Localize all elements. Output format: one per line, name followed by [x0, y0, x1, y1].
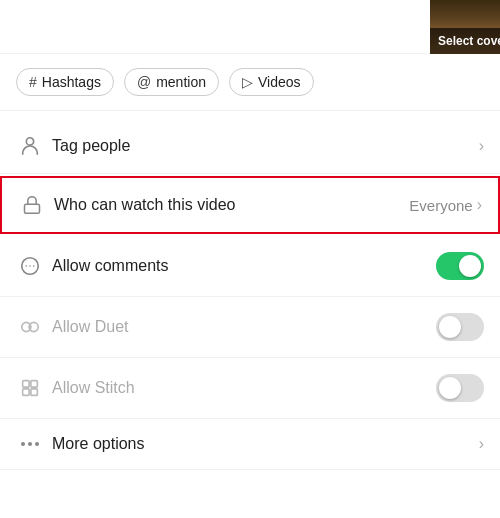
pills-row: # Hashtags @ mention ▷ Videos: [0, 54, 500, 111]
more-options-label: More options: [52, 435, 479, 453]
toggle-knob-stitch: [439, 377, 461, 399]
lock-icon: [18, 194, 46, 216]
toggle-knob: [459, 255, 481, 277]
mention-label: mention: [156, 74, 206, 90]
dots-icon: [16, 442, 44, 446]
svg-rect-7: [23, 389, 29, 395]
who-can-watch-value: Everyone: [409, 197, 472, 214]
tag-people-row[interactable]: Tag people ›: [0, 119, 500, 174]
tag-people-label: Tag people: [52, 137, 479, 155]
select-cover-button[interactable]: Select cover: [430, 28, 500, 54]
comment-icon: [16, 255, 44, 277]
allow-comments-label: Allow comments: [52, 257, 436, 275]
allow-stitch-toggle[interactable]: [436, 374, 484, 402]
videos-pill[interactable]: ▷ Videos: [229, 68, 314, 96]
svg-rect-5: [23, 381, 29, 387]
mention-icon: @: [137, 74, 151, 90]
who-can-watch-label: Who can watch this video: [54, 196, 409, 214]
allow-duet-label: Allow Duet: [52, 318, 436, 336]
svg-rect-6: [31, 381, 37, 387]
duet-icon: [16, 316, 44, 338]
videos-label: Videos: [258, 74, 301, 90]
mention-pill[interactable]: @ mention: [124, 68, 219, 96]
toggle-knob-duet: [439, 316, 461, 338]
svg-rect-8: [31, 389, 37, 395]
more-options-chevron: ›: [479, 435, 484, 453]
hashtags-pill[interactable]: # Hashtags: [16, 68, 114, 96]
cover-thumbnail[interactable]: Select cover: [430, 0, 500, 54]
stitch-icon: [16, 377, 44, 399]
hashtags-label: Hashtags: [42, 74, 101, 90]
settings-list: Tag people › Who can watch this video Ev…: [0, 119, 500, 470]
allow-duet-row[interactable]: Allow Duet: [0, 297, 500, 358]
tag-people-chevron: ›: [479, 137, 484, 155]
allow-stitch-row[interactable]: Allow Stitch: [0, 358, 500, 419]
allow-comments-row[interactable]: Allow comments: [0, 236, 500, 297]
allow-comments-toggle[interactable]: [436, 252, 484, 280]
person-icon: [16, 135, 44, 157]
hashtag-icon: #: [29, 74, 37, 90]
top-section: Select cover: [0, 0, 500, 54]
who-can-watch-row[interactable]: Who can watch this video Everyone ›: [0, 176, 500, 234]
svg-point-0: [26, 138, 33, 145]
allow-stitch-label: Allow Stitch: [52, 379, 436, 397]
who-can-watch-chevron: ›: [477, 196, 482, 214]
more-options-row[interactable]: More options ›: [0, 419, 500, 470]
videos-icon: ▷: [242, 74, 253, 90]
allow-duet-toggle[interactable]: [436, 313, 484, 341]
svg-rect-1: [25, 204, 40, 213]
